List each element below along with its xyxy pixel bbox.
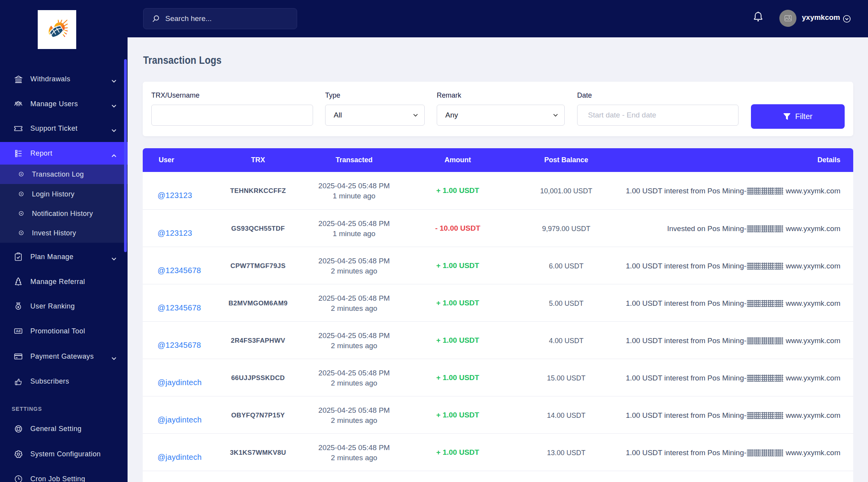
- svg-text:Ad: Ad: [16, 329, 21, 333]
